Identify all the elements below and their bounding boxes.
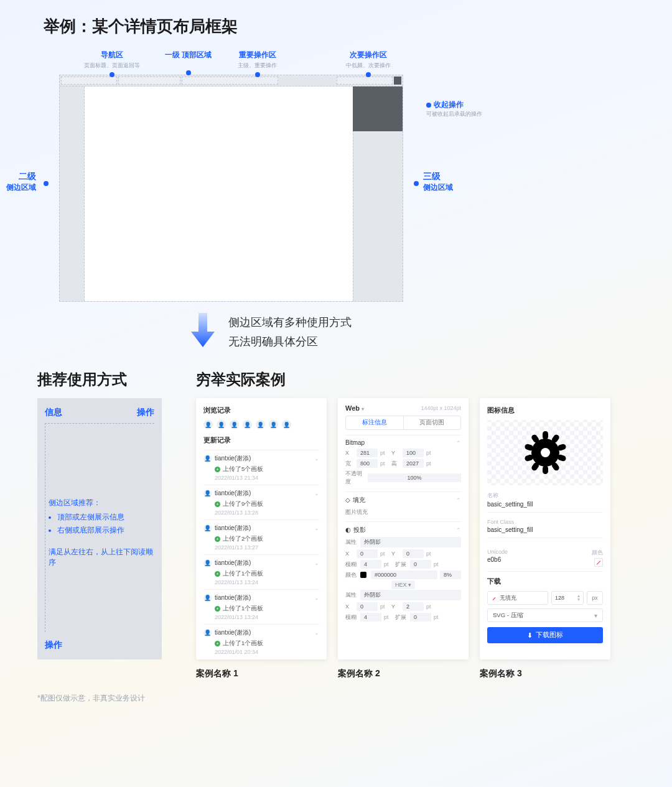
slot-title xyxy=(118,77,180,85)
tab-annotate[interactable]: 标注信息 xyxy=(346,416,403,429)
icon-name: basic_setting_fill xyxy=(487,501,603,508)
chevron-up-icon[interactable]: ⌃ xyxy=(456,527,461,533)
entry-name: tiantxie(谢添) xyxy=(215,524,251,533)
web-dropdown[interactable]: Web▾ xyxy=(345,404,364,412)
size-input[interactable]: 128▴▾ xyxy=(551,591,584,605)
shadow2-blur[interactable]: 4 xyxy=(360,613,381,622)
tabs: 标注信息 页面切图 xyxy=(345,416,461,430)
chevron-down-icon: ▾ xyxy=(594,612,597,619)
input-y[interactable]: 100 xyxy=(403,449,424,457)
shadow2-spread[interactable]: 0 xyxy=(410,613,431,622)
shadow-x[interactable]: 0 xyxy=(357,549,378,558)
no-color-icon[interactable] xyxy=(594,558,603,567)
reco-action-label: 操作 xyxy=(137,407,154,418)
avatar[interactable]: 👤 xyxy=(217,420,226,429)
gear-icon xyxy=(522,429,569,476)
wire-content xyxy=(85,86,353,301)
entry-action: 上传了9个画板 xyxy=(223,500,263,508)
avatar: 👤 xyxy=(203,559,212,567)
avatar[interactable]: 👤 xyxy=(256,420,265,429)
update-entry[interactable]: 👤tiantxie(谢添)⌄+上传了1个画板2022/01/13 13:24 xyxy=(203,554,319,589)
update-entry[interactable]: 👤tiantxie(谢添)⌄+上传了5个画板2022/01/13 21:34 xyxy=(203,450,319,485)
update-entry[interactable]: 👤tiantxie(谢添)⌄+上传了2个画板2022/01/13 13:27 xyxy=(203,519,319,554)
group-shadow: ◐投影 xyxy=(345,526,366,534)
shadow-spread[interactable]: 0 xyxy=(410,560,431,569)
chevron-down-icon: ⌄ xyxy=(314,490,319,496)
input-w[interactable]: 800 xyxy=(357,459,378,468)
avatar: 👤 xyxy=(203,524,212,533)
plus-icon: + xyxy=(215,571,220,577)
shadow-y[interactable]: 0 xyxy=(403,549,424,558)
avatar: 👤 xyxy=(203,490,212,498)
entry-name: tiantxie(谢添) xyxy=(215,559,251,567)
entry-time: 2022/01/13 21:34 xyxy=(215,475,319,481)
avatar[interactable]: 👤 xyxy=(230,420,239,429)
shadow-blur[interactable]: 4 xyxy=(360,560,381,569)
case2-caption: 案例名称 2 xyxy=(338,668,469,679)
update-entry[interactable]: 👤tiantxie(谢添)⌄+上传了9个画板2022/01/13 13:28 xyxy=(203,485,319,519)
chevron-up-icon[interactable]: ⌃ xyxy=(456,497,461,503)
entry-action: 上传了1个画板 xyxy=(223,640,263,648)
input-x[interactable]: 281 xyxy=(357,449,378,457)
label-secondary-actions: 次要操作区 中低频、次要操作 xyxy=(346,50,391,77)
fill-select[interactable]: 无填充 xyxy=(487,591,548,605)
reco-info-label: 信息 xyxy=(45,407,62,418)
color-alpha[interactable]: 8% xyxy=(440,570,461,579)
hex-toggle[interactable]: HEX ▾ xyxy=(391,580,415,589)
plus-icon: + xyxy=(215,641,220,646)
case1-update-header: 更新记录 xyxy=(203,435,319,445)
entry-name: tiantxie(谢添) xyxy=(215,628,251,637)
label-right-aside: 三级 侧边区域 xyxy=(423,171,453,193)
avatar[interactable]: 👤 xyxy=(269,420,278,429)
slot-secondary xyxy=(337,77,393,85)
entry-time: 2022/01/01 20:34 xyxy=(215,649,319,655)
avatar-row: 👤👤👤👤👤👤👤 xyxy=(203,420,319,429)
arrow-down-icon xyxy=(190,313,216,349)
shadow2-x[interactable]: 0 xyxy=(357,602,378,611)
shadow-attr-2[interactable]: 外阴影 xyxy=(360,590,461,600)
case3-header: 图标信息 xyxy=(487,406,603,415)
color-hex[interactable]: #000000 xyxy=(371,570,437,579)
entry-time: 2022/01/13 13:24 xyxy=(215,614,319,620)
case1-view-header: 浏览记录 xyxy=(203,406,319,415)
case-3-card: 图标信息 名称 xyxy=(480,398,610,659)
reco-note: 满足从左往右，从上往下阅读顺序 xyxy=(49,547,154,568)
input-opacity[interactable]: 100% xyxy=(368,473,461,482)
slot-menu-icon xyxy=(394,77,401,85)
update-entry[interactable]: 👤tiantxie(谢添)⌄+上传了1个画板2022/01/01 20:34 xyxy=(203,624,319,659)
tab-slice[interactable]: 页面切图 xyxy=(403,416,461,429)
input-h[interactable]: 2027 xyxy=(403,459,424,468)
doc-title: 举例：某个详情页布局框架 xyxy=(44,16,635,37)
chevron-up-icon[interactable]: ⌃ xyxy=(456,440,461,446)
entry-name: tiantxie(谢添) xyxy=(215,454,251,463)
avatar[interactable]: 👤 xyxy=(282,420,291,429)
entry-name: tiantxie(谢添) xyxy=(215,489,251,498)
shadow2-y[interactable]: 2 xyxy=(403,602,424,611)
download-button[interactable]: ⬇ 下载图标 xyxy=(487,627,603,643)
color-swatch[interactable] xyxy=(360,572,366,578)
footnote: *配图仅做示意，非真实业务设计 xyxy=(37,693,635,704)
recommend-panel: 信息 操作 侧边区域推荐： 顶部或左侧展示信息 右侧或底部展示操作 满足从左往右… xyxy=(37,398,162,659)
format-select[interactable]: SVG - 压缩▾ xyxy=(487,608,603,622)
icon-preview xyxy=(487,420,603,485)
entry-name: tiantxie(谢添) xyxy=(215,594,251,602)
case3-caption: 案例名称 3 xyxy=(480,668,610,679)
shadow-attr[interactable]: 外阴影 xyxy=(360,537,461,547)
label-left-aside: 二级 侧边区域 xyxy=(6,171,36,193)
avatar[interactable]: 👤 xyxy=(243,420,252,429)
chevron-down-icon: ⌄ xyxy=(314,525,319,531)
dimensions-text: 1440pt x 1024pt xyxy=(421,405,461,411)
avatar: 👤 xyxy=(203,629,212,637)
wire-right-aside xyxy=(353,86,403,301)
update-entry[interactable]: 👤tiantxie(谢添)⌄+上传了1个画板2022/01/13 13:24 xyxy=(203,589,319,624)
wire-collapse-block xyxy=(353,86,403,131)
size-unit: px xyxy=(587,591,603,605)
avatar[interactable]: 👤 xyxy=(203,420,213,429)
arrow-caption: 侧边区域有多种使用方式 无法明确具体分区 xyxy=(228,313,352,351)
case-1-card: 浏览记录 👤👤👤👤👤👤👤 更新记录 👤tiantxie(谢添)⌄+上传了5个画板… xyxy=(196,398,327,659)
case1-caption: 案例名称 1 xyxy=(196,668,327,679)
entry-time: 2022/01/13 13:24 xyxy=(215,579,319,585)
chevron-down-icon: ⌄ xyxy=(314,595,319,601)
entry-action: 上传了2个画板 xyxy=(223,535,263,543)
reco-bottom-label: 操作 xyxy=(45,640,62,651)
